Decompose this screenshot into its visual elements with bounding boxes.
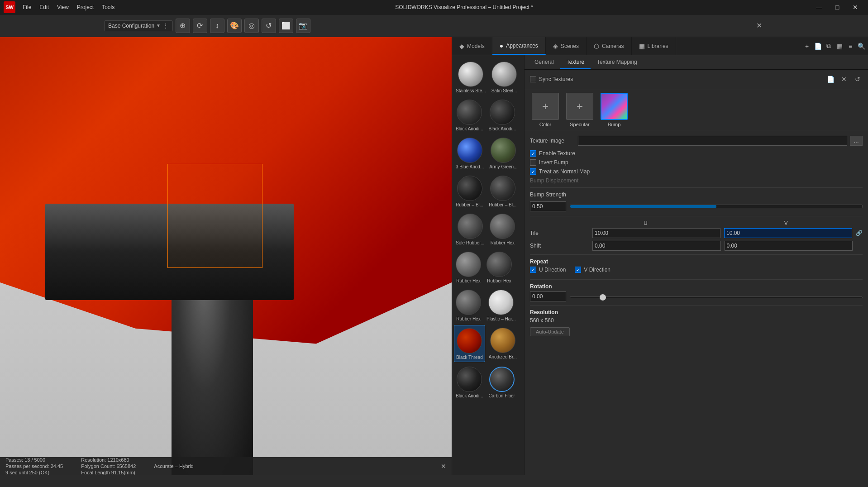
bump-strength-slider[interactable]: [570, 205, 863, 208]
tab-scenes[interactable]: ◈ Scenes: [546, 37, 587, 55]
maximize-button[interactable]: □: [828, 0, 846, 14]
sync-textures-checkbox[interactable]: [530, 76, 536, 82]
status-bar: Passes: 13 / 5000 Passes per second: 24.…: [0, 457, 452, 475]
v-direction-checkbox[interactable]: [575, 267, 581, 273]
mat-item-black-thread[interactable]: Black Thread: [454, 325, 485, 362]
viewport[interactable]: Passes: 13 / 5000 Passes per second: 24.…: [0, 37, 452, 475]
mat-item-satin[interactable]: Satin Steel...: [490, 59, 519, 95]
mat-item-black-anod1[interactable]: Black Anodi...: [454, 97, 485, 133]
menu-edit[interactable]: Edit: [36, 2, 52, 12]
tile-v-input[interactable]: [724, 228, 852, 238]
mat-item-rubber-bl1[interactable]: Rubber – Bl...: [454, 173, 485, 209]
config-options-icon[interactable]: ⋮: [162, 22, 169, 29]
mat-label-army-green: Army Green...: [489, 164, 517, 169]
mat-label-blue-anod: 3 Blue Anod...: [456, 164, 484, 169]
mat-item-rubber-hex4[interactable]: Rubber Hex: [454, 287, 483, 323]
tool-target-btn[interactable]: ⊕: [176, 19, 190, 33]
tool-snap-btn[interactable]: ◎: [244, 19, 259, 33]
rotation-control: [530, 291, 863, 301]
tab-models[interactable]: ◆ Models: [452, 37, 492, 55]
mat-row-3: 3 Blue Anod... Army Green...: [454, 135, 522, 171]
texture-image-row: Texture Image …: [530, 136, 863, 146]
close-button[interactable]: ✕: [846, 0, 864, 14]
u-direction-checkbox[interactable]: [530, 267, 536, 273]
channel-card-color[interactable]: + Color: [532, 93, 559, 127]
mat-row-1: Stainless Ste... Satin Steel...: [454, 59, 522, 95]
tool-move-btn[interactable]: ↕: [210, 19, 224, 33]
scenes-tab-label: Scenes: [561, 43, 579, 49]
mat-item-rubber-bl2[interactable]: Rubber – Bl...: [487, 173, 518, 209]
mat-item-anodized-br[interactable]: Anodized Br...: [487, 325, 519, 362]
rotation-slider[interactable]: [570, 296, 863, 298]
panel-list-btn[interactable]: ≡: [845, 41, 855, 51]
mat-item-army-green[interactable]: Army Green...: [487, 135, 519, 171]
rotation-thumb[interactable]: [600, 294, 606, 301]
panel-search-btn[interactable]: 🔍: [856, 41, 866, 51]
tool-crop-btn[interactable]: ⬜: [279, 19, 293, 33]
menu-tools[interactable]: Tools: [98, 2, 118, 12]
menu-file[interactable]: File: [19, 2, 35, 12]
mat-item-blue-anod[interactable]: 3 Blue Anod...: [454, 135, 486, 171]
shift-u-input[interactable]: [592, 241, 721, 251]
bump-strength-value[interactable]: [530, 201, 566, 211]
texture-new-file-btn[interactable]: 📄: [825, 74, 835, 84]
panel-add-btn[interactable]: +: [802, 41, 812, 51]
mat-item-carbon-fiber[interactable]: Carbon Fiber: [487, 364, 517, 400]
auto-update-btn[interactable]: Auto-Update: [530, 327, 570, 336]
menu-view[interactable]: View: [53, 2, 72, 12]
panel-grid-btn[interactable]: ▦: [835, 41, 844, 51]
minimize-button[interactable]: —: [810, 0, 828, 14]
tile-link-icon[interactable]: 🔗: [856, 230, 863, 236]
enable-texture-checkbox[interactable]: [530, 150, 536, 157]
mat-label-black-thread: Black Thread: [456, 355, 483, 360]
sub-tab-general[interactable]: General: [528, 55, 560, 69]
panel-duplicate-btn[interactable]: ⧉: [824, 41, 834, 51]
invert-bump-checkbox[interactable]: [530, 159, 536, 166]
status-close-btn[interactable]: ✕: [441, 463, 446, 470]
mat-item-stainless[interactable]: Stainless Ste...: [454, 59, 488, 95]
mat-item-rubber-hex3[interactable]: Rubber Hex: [485, 249, 514, 285]
mat-item-rubber-hex2[interactable]: Rubber Hex: [454, 249, 483, 285]
mat-item-rubber-hex1[interactable]: Rubber Hex: [488, 211, 517, 247]
texture-close-btn[interactable]: ✕: [839, 74, 849, 84]
tool-paint-btn[interactable]: 🎨: [227, 19, 242, 33]
app-title: SOLIDWORKS Visualize Professional – Unti…: [118, 4, 810, 10]
mat-label-plastic-hard: Plastic – Har...: [486, 316, 515, 321]
tool-undo-btn[interactable]: ↺: [262, 19, 276, 33]
treat-as-normal-map-checkbox[interactable]: [530, 168, 536, 175]
config-dropdown-icon[interactable]: ▼: [156, 23, 161, 28]
tool-orbit-btn[interactable]: ⟳: [193, 19, 207, 33]
sub-tab-texture[interactable]: Texture: [560, 55, 591, 69]
rotation-value[interactable]: [530, 291, 566, 301]
sub-tab-texture-mapping[interactable]: Texture Mapping: [591, 55, 644, 69]
panel-new-btn[interactable]: 📄: [813, 41, 823, 51]
viewport-cursor[interactable]: [217, 256, 221, 261]
menu-project[interactable]: Project: [73, 2, 97, 12]
channel-card-bump[interactable]: Bump: [601, 93, 628, 127]
channel-card-specular[interactable]: + Specular: [566, 93, 593, 127]
mat-item-sole-rubber[interactable]: Sole Rubber...: [454, 211, 486, 247]
mat-label-rubber-hex2: Rubber Hex: [456, 278, 480, 283]
texture-image-browse-btn[interactable]: …: [850, 136, 863, 146]
tool-render-btn[interactable]: 📷: [296, 19, 310, 33]
sync-textures-label: Sync Textures: [539, 76, 573, 82]
texture-reload-btn[interactable]: ↺: [853, 74, 863, 84]
tab-libraries[interactable]: ▦ Libraries: [632, 37, 676, 55]
mat-label-rubber-hex4: Rubber Hex: [456, 316, 480, 321]
main-area: Passes: 13 / 5000 Passes per second: 24.…: [0, 37, 868, 475]
mat-row-4: Rubber – Bl... Rubber – Bl...: [454, 173, 522, 209]
tile-u-input[interactable]: [592, 228, 720, 238]
tab-cameras[interactable]: ⬡ Cameras: [587, 37, 632, 55]
texture-image-input[interactable]: [578, 136, 847, 146]
mat-row-6: Rubber Hex Rubber Hex: [454, 249, 522, 285]
toolbar-close-btn[interactable]: ✕: [754, 19, 764, 32]
titlebar: SW File Edit View Project Tools SOLIDWOR…: [0, 0, 868, 14]
u-direction-row: U Direction: [530, 267, 566, 273]
mat-item-black-anod3[interactable]: Black Anodi...: [454, 364, 485, 400]
shift-v-input[interactable]: [725, 241, 853, 251]
mat-item-black-anod2[interactable]: Black Anodi...: [487, 97, 518, 133]
tab-appearances[interactable]: ● Appearances: [492, 37, 546, 55]
mat-item-plastic-hard[interactable]: Plastic – Har...: [485, 287, 517, 323]
mat-thumb-rubber-hex3: [486, 252, 512, 277]
shift-label: Shift: [530, 243, 589, 249]
